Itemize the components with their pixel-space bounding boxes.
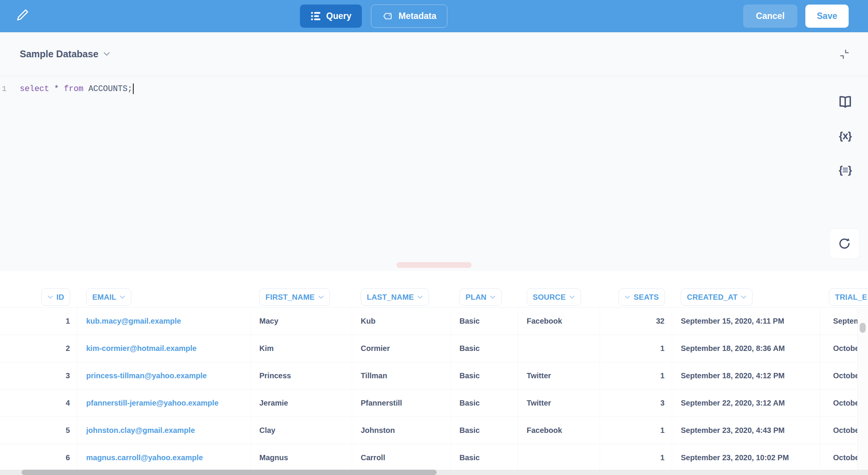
- cell-seats[interactable]: 3: [600, 390, 672, 417]
- cell-trial[interactable]: October: [820, 390, 857, 417]
- reference-book-icon[interactable]: [836, 93, 855, 112]
- cell-seats[interactable]: 32: [600, 308, 672, 335]
- refresh-run-button[interactable]: [829, 228, 860, 259]
- header-cell-first_name: FIRST_NAME: [251, 288, 352, 306]
- cell-first_name[interactable]: Clay: [251, 417, 352, 444]
- cell-created_at[interactable]: September 18, 2020, 4:12 PM: [672, 362, 820, 389]
- table-header-grid: IDEMAILFIRST_NAMELAST_NAMEPLANSOURCESEAT…: [0, 288, 868, 306]
- cell-source[interactable]: [518, 335, 600, 362]
- cell-seats[interactable]: 1: [600, 444, 672, 470]
- cell-source[interactable]: [518, 444, 600, 470]
- horizontal-scrollbar-thumb[interactable]: [22, 470, 437, 475]
- column-header-id[interactable]: ID: [41, 288, 70, 306]
- cell-plan[interactable]: Basic: [451, 362, 518, 389]
- cell-id[interactable]: 2: [0, 335, 77, 362]
- column-header-last_name[interactable]: LAST_NAME: [361, 288, 429, 306]
- resize-drag-handle[interactable]: [396, 262, 472, 268]
- cell-trial[interactable]: Septemb: [820, 308, 857, 335]
- snippets-icon[interactable]: {≡}: [836, 160, 855, 179]
- cell-email[interactable]: pfannerstill-jeramie@yahoo.example: [77, 390, 251, 417]
- cell-source[interactable]: Twitter: [518, 390, 600, 417]
- cell-first_name[interactable]: Princess: [251, 362, 352, 389]
- cell-created_at[interactable]: September 23, 2020, 4:43 PM: [672, 417, 820, 444]
- cell-id[interactable]: 6: [0, 444, 77, 470]
- cell-first_name[interactable]: Kim: [251, 335, 352, 362]
- cell-seats[interactable]: 1: [600, 417, 672, 444]
- tab-metadata[interactable]: Metadata: [371, 5, 447, 28]
- database-picker[interactable]: Sample Database: [20, 32, 110, 76]
- column-header-source[interactable]: SOURCE: [527, 288, 581, 306]
- cancel-button[interactable]: Cancel: [743, 5, 797, 28]
- cell-created_at[interactable]: September 22, 2020, 3:12 AM: [672, 390, 820, 417]
- cell-created_at[interactable]: September 15, 2020, 4:11 PM: [672, 308, 820, 335]
- cell-plan[interactable]: Basic: [451, 335, 518, 362]
- column-label: TRIAL_E: [835, 293, 867, 302]
- cell-created_at[interactable]: September 18, 2020, 8:36 AM: [672, 335, 820, 362]
- cell-plan[interactable]: Basic: [451, 444, 518, 470]
- sql-editor[interactable]: 1 select * from ACCOUNTS; {x} {≡}: [0, 76, 868, 271]
- sql-line[interactable]: select * from ACCOUNTS;: [20, 83, 134, 94]
- cell-trial[interactable]: October: [820, 335, 857, 362]
- topbar-actions: Cancel Save: [743, 5, 849, 28]
- column-header-seats[interactable]: SEATS: [619, 288, 665, 306]
- header-cell-id: ID: [0, 288, 77, 306]
- cell-last_name[interactable]: Pfannerstill: [352, 390, 451, 417]
- refresh-icon: [838, 237, 851, 250]
- cell-last_name[interactable]: Johnston: [352, 417, 451, 444]
- variables-icon[interactable]: {x}: [836, 126, 855, 145]
- cell-source[interactable]: Twitter: [518, 362, 600, 389]
- cell-created_at[interactable]: September 23, 2020, 10:02 PM: [672, 444, 820, 470]
- cell-last_name[interactable]: Tillman: [352, 362, 451, 389]
- header-cell-source: SOURCE: [518, 288, 600, 306]
- column-header-trial[interactable]: TRIAL_E: [829, 288, 868, 306]
- tab-query-label: Query: [326, 11, 351, 21]
- cell-email[interactable]: kub.macy@gmail.example: [77, 308, 251, 335]
- cell-last_name[interactable]: Cormier: [352, 335, 451, 362]
- database-picker-row: Sample Database: [0, 32, 868, 76]
- cell-email[interactable]: princess-tillman@yahoo.example: [77, 362, 251, 389]
- table-body: 1kub.macy@gmail.exampleMacyKubBasicFaceb…: [0, 308, 857, 470]
- cell-id[interactable]: 4: [0, 390, 77, 417]
- chevron-down-icon: [103, 52, 110, 56]
- list-icon: [311, 11, 321, 21]
- cell-id[interactable]: 5: [0, 417, 77, 444]
- cell-id[interactable]: 1: [0, 308, 77, 335]
- collapse-editor-icon[interactable]: [838, 47, 851, 61]
- cell-email[interactable]: kim-cormier@hotmail.example: [77, 335, 251, 362]
- cell-seats[interactable]: 1: [600, 335, 672, 362]
- cell-source[interactable]: Facebook: [518, 417, 600, 444]
- cell-seats[interactable]: 1: [600, 362, 672, 389]
- cell-plan[interactable]: Basic: [451, 417, 518, 444]
- cell-first_name[interactable]: Magnus: [251, 444, 352, 470]
- vertical-scrollbar-thumb[interactable]: [860, 323, 866, 333]
- cell-first_name[interactable]: Jeramie: [251, 390, 352, 417]
- cell-last_name[interactable]: Carroll: [352, 444, 451, 470]
- cell-trial[interactable]: October: [820, 362, 857, 389]
- chevron-down-icon: [47, 296, 53, 299]
- cell-plan[interactable]: Basic: [451, 308, 518, 335]
- column-label: FIRST_NAME: [265, 293, 315, 302]
- cell-email[interactable]: johnston.clay@gmail.example: [77, 417, 251, 444]
- cell-last_name[interactable]: Kub: [352, 308, 451, 335]
- pencil-icon[interactable]: [16, 8, 31, 24]
- cell-plan[interactable]: Basic: [451, 390, 518, 417]
- vertical-scrollbar-track[interactable]: [857, 308, 868, 470]
- table-row: 2kim-cormier@hotmail.exampleKimCormierBa…: [0, 335, 857, 362]
- cell-source[interactable]: Facebook: [518, 308, 600, 335]
- cell-trial[interactable]: October: [820, 444, 857, 470]
- column-header-email[interactable]: EMAIL: [86, 288, 131, 306]
- save-button[interactable]: Save: [805, 5, 849, 28]
- query-results-table: IDEMAILFIRST_NAMELAST_NAMEPLANSOURCESEAT…: [0, 271, 868, 475]
- column-header-first_name[interactable]: FIRST_NAME: [259, 288, 330, 306]
- table-row: 3princess-tillman@yahoo.examplePrincessT…: [0, 362, 857, 390]
- column-header-plan[interactable]: PLAN: [459, 288, 502, 306]
- table-row: 5johnston.clay@gmail.exampleClayJohnston…: [0, 417, 857, 444]
- column-header-created_at[interactable]: CREATED_AT: [681, 288, 753, 306]
- cell-email[interactable]: magnus.carroll@yahoo.example: [77, 444, 251, 470]
- cell-trial[interactable]: October: [820, 417, 857, 444]
- tab-query[interactable]: Query: [300, 5, 362, 28]
- chevron-down-icon: [417, 296, 423, 299]
- cell-first_name[interactable]: Macy: [251, 308, 352, 335]
- cell-id[interactable]: 3: [0, 362, 77, 389]
- horizontal-scrollbar-track[interactable]: [0, 470, 868, 475]
